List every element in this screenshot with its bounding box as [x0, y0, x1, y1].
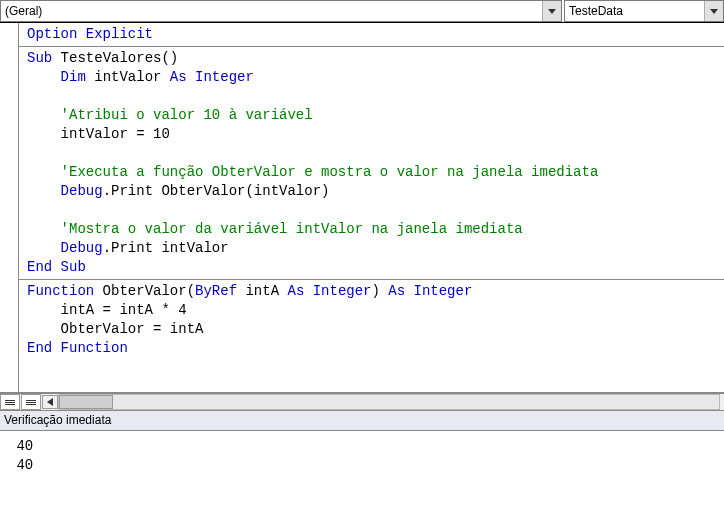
immediate-window[interactable]: 40 40 [0, 431, 724, 481]
margin-indicator-bar [0, 23, 19, 392]
immediate-window-title: Verificação imediata [0, 411, 724, 431]
chevron-down-icon [704, 1, 723, 21]
procedure-dropdown-label: TesteData [565, 4, 704, 18]
horizontal-scrollbar[interactable] [58, 394, 720, 410]
chevron-down-icon [542, 1, 561, 21]
code-line: Function ObterValor(ByRef intA As Intege… [27, 282, 716, 358]
object-procedure-bar: (Geral) TesteData [0, 0, 724, 23]
code-line: Option Explicit [27, 25, 716, 44]
procedure-dropdown[interactable]: TesteData [564, 0, 724, 22]
code-pane[interactable]: Option Explicit Sub TesteValores() Dim i… [19, 23, 724, 392]
declarations-section: Option Explicit [19, 23, 724, 47]
sub-testevalores-section: Sub TesteValores() Dim intValor As Integ… [19, 47, 724, 280]
code-editor[interactable]: Option Explicit Sub TesteValores() Dim i… [0, 23, 724, 393]
object-dropdown-label: (Geral) [1, 4, 542, 18]
function-obtervalor-section: Function ObterValor(ByRef intA As Intege… [19, 280, 724, 360]
object-dropdown[interactable]: (Geral) [0, 0, 562, 22]
scrollbar-thumb[interactable] [59, 395, 113, 409]
view-mode-bar [0, 393, 724, 411]
scroll-left-button[interactable] [42, 395, 58, 409]
procedure-view-button[interactable] [21, 394, 41, 410]
code-line: Sub TesteValores() Dim intValor As Integ… [27, 49, 716, 277]
immediate-output-line: 40 [8, 438, 33, 454]
full-module-view-button[interactable] [0, 394, 20, 410]
immediate-output-line: 40 [8, 457, 33, 473]
